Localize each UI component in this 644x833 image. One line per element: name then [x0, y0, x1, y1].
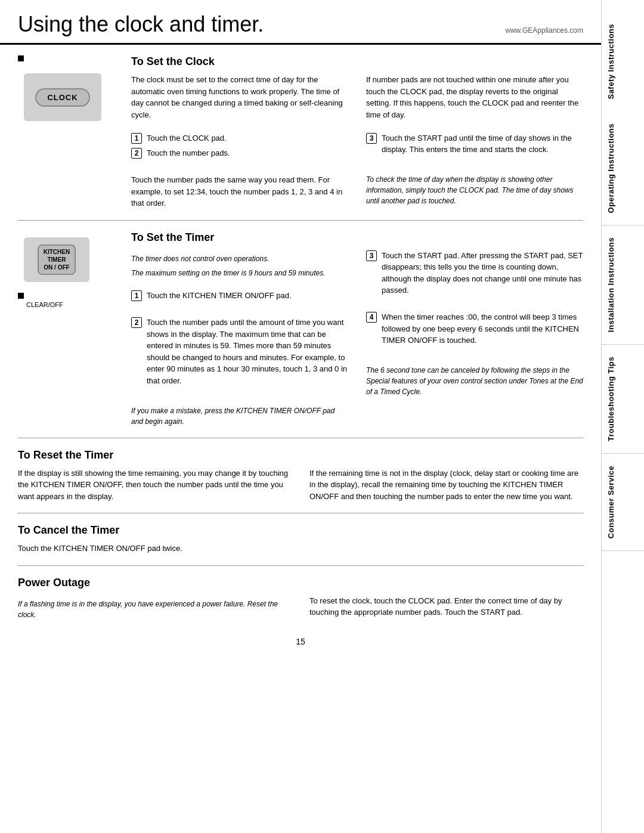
clock-step2-text: Touch the number pads. — [147, 147, 230, 159]
set-timer-title: To Set the Timer — [131, 231, 583, 244]
clock-step3: 3 Touch the START pad until the time of … — [366, 132, 583, 156]
timer-left-col: The timer does not control oven operatio… — [131, 250, 348, 427]
step-num-1: 1 — [131, 133, 142, 144]
sidebar-item-consumer: Consumer Service — [602, 454, 644, 551]
clock-intro-text: The clock must be set to the correct tim… — [131, 74, 348, 120]
timer-image-area: KITCHENTIMERON / OFF CLEAR/OFF — [18, 231, 131, 427]
clock-step3-text: Touch the START pad until the time of da… — [382, 132, 583, 156]
website-url: www.GEAppliances.com — [505, 26, 583, 35]
timer-step1: 1 Touch the KITCHEN TIMER ON/OFF pad. — [131, 290, 348, 302]
reset-timer-left: If the display is still showing the time… — [18, 467, 292, 503]
set-timer-section: KITCHENTIMERON / OFF CLEAR/OFF To Set th… — [18, 221, 583, 438]
right-sidebar: Safety Instructions Operating Instructio… — [601, 0, 644, 833]
clock-button-label: CLOCK — [35, 88, 89, 107]
clock-image-area: CLOCK — [18, 55, 131, 209]
set-clock-title: To Set the Clock — [131, 55, 583, 68]
cancel-timer-title: To Cancel the Timer — [18, 524, 583, 537]
clock-right-col: If number pads are not touched within on… — [366, 74, 583, 209]
power-outage-right: To reset the clock, touch the CLOCK pad.… — [309, 595, 583, 620]
timer-step3: 3 Touch the START pad. After pressing th… — [366, 250, 583, 296]
sidebar-item-operating: Operating Instructions — [602, 112, 644, 225]
reset-timer-left-text: If the display is still showing the time… — [18, 467, 292, 503]
reset-timer-title: To Reset the Timer — [18, 449, 583, 462]
timer-image: KITCHENTIMERON / OFF — [24, 237, 89, 282]
clock-step1: 1 Touch the CLOCK pad. — [131, 132, 348, 144]
timer-no-control-note: The timer does not control oven operatio… — [131, 253, 348, 264]
sidebar-item-safety: Safety Instructions — [602, 12, 644, 112]
timer-6sec-note: The 6 second tone can be canceled by fol… — [366, 365, 583, 397]
timer-right-col: 3 Touch the START pad. After pressing th… — [366, 250, 583, 427]
timer-step3-text: Touch the START pad. After pressing the … — [382, 250, 583, 296]
power-outage-title: Power Outage — [18, 577, 583, 589]
timer-mistake-note: If you make a mistake, press the KITCHEN… — [131, 405, 348, 427]
timer-step4: 4 When the timer reaches :00, the contro… — [366, 311, 583, 346]
step-num-2: 2 — [131, 148, 142, 159]
page-number: 15 — [18, 631, 583, 652]
timer-step-num-3: 3 — [366, 250, 377, 261]
cancel-timer-section: To Cancel the Timer Touch the KITCHEN TI… — [18, 513, 583, 566]
page-header: Using the clock and timer. www.GEApplian… — [0, 0, 601, 45]
sidebar-item-troubleshooting: Troubleshooting Tips — [602, 345, 644, 454]
page-title: Using the clock and timer. — [18, 12, 264, 37]
clock-middle-text: Touch the number pads the same way you r… — [131, 174, 348, 209]
cancel-timer-text: Touch the KITCHEN TIMER ON/OFF pad twice… — [18, 543, 583, 555]
reset-timer-right-text: If the remaining time is not in the disp… — [309, 467, 583, 503]
timer-step-num-2: 2 — [131, 317, 142, 328]
clear-label: CLEAR/OFF — [26, 301, 63, 308]
timer-step1-text: Touch the KITCHEN TIMER ON/OFF pad. — [147, 290, 292, 302]
power-outage-section: Power Outage If a flashing time is in th… — [18, 566, 583, 631]
timer-step2: 2 Touch the number pads until the amount… — [131, 317, 348, 386]
timer-step2-text: Touch the number pads until the amount o… — [147, 317, 348, 386]
timer-step-num-1: 1 — [131, 290, 142, 301]
timer-step-num-4: 4 — [366, 312, 377, 323]
bullet-square-2 — [18, 293, 24, 299]
clock-right-text: If number pads are not touched within on… — [366, 74, 583, 120]
power-outage-left-italic: If a flashing time is in the display, yo… — [18, 599, 292, 620]
timer-step4-text: When the timer reaches :00, the control … — [382, 311, 583, 346]
timer-max-note: The maximum setting on the timer is 9 ho… — [131, 268, 348, 278]
reset-timer-right: If the remaining time is not in the disp… — [309, 467, 583, 503]
set-clock-section: CLOCK To Set the Clock The clock must be… — [18, 45, 583, 221]
power-outage-left: If a flashing time is in the display, yo… — [18, 595, 292, 620]
bullet-square — [18, 55, 24, 61]
clock-image: CLOCK — [24, 73, 101, 121]
clock-section-content: To Set the Clock The clock must be set t… — [131, 55, 583, 209]
step-num-3: 3 — [366, 133, 377, 144]
reset-timer-section: To Reset the Timer If the display is sti… — [18, 438, 583, 514]
clock-left-col: The clock must be set to the correct tim… — [131, 74, 348, 209]
timer-section-content: To Set the Timer The timer does not cont… — [131, 231, 583, 427]
sidebar-item-installation: Installation Instructions — [602, 225, 644, 345]
clock-step1-text: Touch the CLOCK pad. — [147, 132, 227, 144]
clock-step2: 2 Touch the number pads. — [131, 147, 348, 159]
clock-check-note: To check the time of day when the displa… — [366, 174, 583, 206]
timer-button-label: KITCHENTIMERON / OFF — [38, 244, 76, 275]
power-outage-right-text: To reset the clock, touch the CLOCK pad.… — [309, 595, 583, 618]
